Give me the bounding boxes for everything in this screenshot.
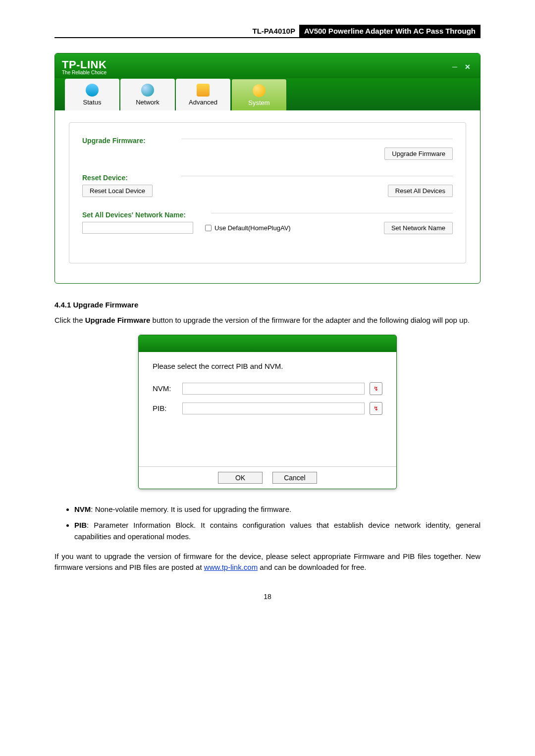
- upgrade-firmware-button[interactable]: Upgrade Firmware: [384, 148, 453, 160]
- close-icon[interactable]: ✕: [462, 62, 473, 71]
- system-panel: Upgrade Firmware: Upgrade Firmware Reset…: [69, 122, 466, 263]
- paragraph: Click the Upgrade Firmware button to upg…: [54, 315, 481, 326]
- doc-title: AV500 Powerline Adapter With AC Pass Thr…: [299, 25, 481, 37]
- tp-link-url[interactable]: www.tp-link.com: [204, 563, 258, 571]
- tab-strip: Status Network Advanced System: [55, 78, 480, 110]
- tab-system[interactable]: System: [231, 79, 287, 110]
- list-item: NVM: None-volatile memory. It is used fo…: [74, 504, 481, 515]
- tab-label: Network: [136, 99, 160, 106]
- model-code: TL-PA4010P: [253, 25, 299, 37]
- nvm-label: NVM:: [153, 384, 182, 393]
- brand-text: TP-LINK: [62, 58, 107, 71]
- pib-input[interactable]: [182, 403, 365, 414]
- pib-label: PIB:: [153, 404, 182, 412]
- list-item: PIB: Parameter Information Block. It con…: [74, 520, 481, 542]
- app-titlebar: TP-LINK The Reliable Choice ─ ✕: [55, 53, 480, 78]
- browse-pib-button[interactable]: ↯: [370, 402, 382, 415]
- upgrade-title: Upgrade Firmware:: [82, 137, 453, 145]
- tagline-text: The Reliable Choice: [62, 70, 447, 75]
- network-icon: [141, 84, 154, 97]
- page-number: 18: [54, 593, 481, 601]
- paragraph: If you want to upgrade the version of fi…: [54, 551, 481, 573]
- minimize-icon[interactable]: ─: [449, 62, 460, 71]
- use-default-checkbox-input[interactable]: [205, 225, 212, 231]
- set-network-name-button[interactable]: Set Network Name: [384, 222, 453, 234]
- upgrade-dialog: Please select the correct PIB and NVM. N…: [138, 335, 397, 489]
- reset-all-button[interactable]: Reset All Devices: [388, 185, 453, 197]
- tab-label: Status: [83, 99, 102, 106]
- tab-label: Advanced: [189, 99, 217, 106]
- advanced-icon: [197, 84, 210, 97]
- nvm-input[interactable]: [182, 383, 365, 395]
- app-window: TP-LINK The Reliable Choice ─ ✕ Status N…: [54, 53, 481, 284]
- tab-label: System: [248, 99, 269, 106]
- system-icon: [253, 84, 266, 97]
- status-icon: [86, 84, 99, 97]
- set-name-title: Set All Devices' Network Name:: [82, 211, 453, 219]
- dialog-titlebar: [139, 335, 396, 352]
- network-name-input[interactable]: [82, 222, 193, 234]
- doc-header: TL-PA4010P AV500 Powerline Adapter With …: [54, 25, 481, 38]
- divider: [181, 139, 453, 139]
- tab-network[interactable]: Network: [120, 79, 175, 110]
- tab-advanced[interactable]: Advanced: [176, 79, 230, 110]
- use-default-label: Use Default(HomePlugAV): [214, 224, 291, 232]
- cancel-button[interactable]: Cancel: [272, 472, 317, 484]
- section-heading: 4.4.1 Upgrade Firmware: [54, 301, 481, 309]
- ok-button[interactable]: OK: [218, 472, 263, 484]
- bullet-list: NVM: None-volatile memory. It is used fo…: [54, 504, 481, 543]
- reset-local-button[interactable]: Reset Local Device: [82, 185, 153, 197]
- divider: [181, 176, 453, 176]
- divider: [211, 213, 453, 213]
- tab-status[interactable]: Status: [65, 79, 119, 110]
- browse-nvm-button[interactable]: ↯: [370, 382, 382, 395]
- dialog-footer: OK Cancel: [139, 466, 396, 489]
- app-logo: TP-LINK The Reliable Choice: [62, 58, 447, 75]
- use-default-checkbox[interactable]: Use Default(HomePlugAV): [203, 223, 291, 233]
- dialog-message: Please select the correct PIB and NVM.: [153, 362, 382, 370]
- reset-title: Reset Device:: [82, 174, 453, 182]
